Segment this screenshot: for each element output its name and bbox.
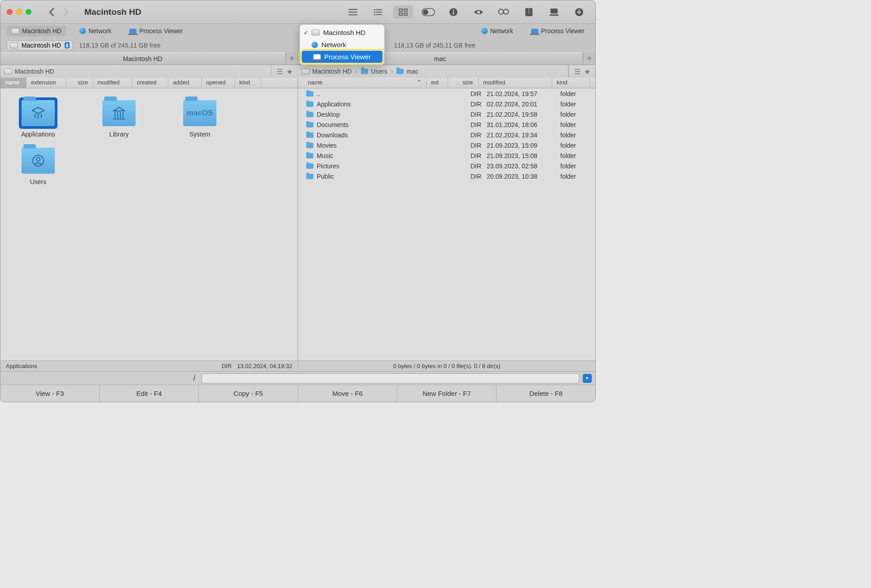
cell-name: Movies [317,142,337,149]
list-row[interactable]: PublicDIR20.09.2023, 10:38folder [298,171,596,181]
fkey-button[interactable]: New Folder - F7 [397,385,497,402]
column-header[interactable]: size [448,78,479,88]
cell-size: DIR [453,111,484,118]
star-icon[interactable]: ★ [584,67,590,76]
list-toggle-icon[interactable]: ☰ [574,67,581,76]
download-icon[interactable] [569,5,589,19]
list-row[interactable]: ApplicationsDIR02.02.2024, 20:01folder [298,99,596,109]
breadcrumb-part: Macintosh HD [15,68,54,75]
view-icons-icon[interactable] [393,5,413,19]
favorite-tab[interactable]: Process Viewer [125,26,187,36]
list-toggle-icon[interactable]: ☰ [277,67,283,76]
folder-icon [306,112,313,117]
zoom-button[interactable] [26,9,31,15]
compress-icon[interactable] [519,5,539,19]
add-tab-button[interactable]: + [583,53,595,65]
column-header[interactable]: extension [26,78,66,88]
tab-label: Macintosh HD [22,27,62,35]
list-row[interactable]: ..DIR21.02.2024, 19:57folder [298,88,596,99]
dropdown-item[interactable]: Process Viewer [302,51,383,63]
fkey-button[interactable]: Copy - F5 [199,385,298,402]
search-icon[interactable] [494,5,514,19]
fkey-button[interactable]: Edit - F4 [100,385,199,402]
cell-kind: folder [558,90,595,97]
breadcrumb-left[interactable]: Macintosh HD [0,65,271,78]
fkey-button[interactable]: View - F3 [0,385,100,402]
cell-name: Music [317,152,334,159]
icon-item[interactable]: Library [88,97,150,138]
cell-name: Pictures [317,162,340,170]
column-header[interactable]: added [168,78,202,88]
network-icon[interactable] [544,5,564,19]
cell-name: Desktop [317,111,340,118]
list-view[interactable]: ..DIR21.02.2024, 19:57folderApplications… [298,88,596,360]
laptop-icon [313,54,321,59]
main-window: Macintosh HD Macintosh HD Network Proces… [0,0,596,402]
column-header[interactable]: modified [479,78,552,88]
svg-rect-2 [374,12,375,13]
disk-free-label: 118,13 GB of 245,11 GB free [79,42,160,49]
breadcrumb-part: Macintosh HD [312,68,352,75]
quicklook-icon[interactable] [469,5,488,19]
list-row[interactable]: DesktopDIR21.02.2024, 19:58folder [298,109,596,119]
view-list-icon[interactable] [343,5,363,19]
column-header[interactable]: kind [235,78,261,88]
dropdown-item[interactable]: Network [300,39,384,51]
icon-item[interactable]: Users [7,145,70,185]
info-icon[interactable] [444,5,463,19]
column-header[interactable]: size [66,78,93,88]
column-header[interactable]: created [132,78,168,88]
add-tab-button[interactable]: + [286,53,298,65]
list-row[interactable]: MoviesDIR21.09.2023, 15:09folder [298,140,596,150]
folder-icon [306,174,313,179]
svg-rect-9 [404,13,407,15]
column-header-name[interactable]: name⌃ [304,78,427,88]
icon-label: Library [110,131,129,138]
favorite-tab[interactable]: Process Viewer [527,26,589,36]
icon-item[interactable]: Applications [7,97,70,138]
laptop-icon [129,29,136,34]
column-header[interactable]: modified [93,78,132,88]
cell-modified: 21.02.2024, 19:34 [484,132,558,139]
column-header-name[interactable]: name ▲ [0,78,26,88]
list-row[interactable]: PicturesDIR23.09.2023, 02:58folder [298,161,596,171]
column-header[interactable]: opened [202,78,235,88]
list-row[interactable]: DocumentsDIR31.01.2024, 18:06folder [298,119,596,130]
dropdown-item[interactable]: Macintosh HD [300,26,384,39]
svg-rect-6 [399,9,402,11]
list-row[interactable]: MusicDIR21.09.2023, 15:08folder [298,150,596,161]
favorite-tab[interactable]: Network [477,26,518,36]
location-dropdown[interactable]: Macintosh HD ▴▾ [7,40,73,50]
content-area: name ▲ extension size modified created a… [0,78,595,360]
favorite-tab[interactable]: Network [75,26,116,36]
icon-item[interactable]: macOSSystem [168,97,231,138]
view-columns-icon[interactable] [368,5,388,19]
icon-grid[interactable]: ApplicationsLibrarymacOSSystemUsers [0,88,298,360]
status-name: Applications [6,363,37,369]
forward-button[interactable] [63,8,69,17]
cell-name: Applications [317,101,351,108]
cell-kind: folder [558,173,595,180]
back-button[interactable] [48,8,55,17]
path-bar: / ▾ [0,371,595,385]
toggle-icon[interactable] [418,5,438,19]
svg-rect-0 [374,9,375,10]
list-row[interactable]: DownloadsDIR21.02.2024, 19:34folder [298,130,596,140]
minimize-button[interactable] [16,9,22,15]
breadcrumb-right[interactable]: Macintosh HD › Users › mac [298,65,569,78]
cell-modified: 31.01.2024, 18:06 [484,121,558,128]
path-input[interactable] [202,373,579,383]
cell-size: DIR [453,132,484,139]
fkey-button[interactable]: Delete - F8 [497,385,595,402]
path-dropdown-button[interactable]: ▾ [583,374,592,383]
close-button[interactable] [7,9,13,15]
cell-kind: folder [558,162,595,170]
fkey-button[interactable]: Move - F6 [298,385,397,402]
column-header[interactable]: kind [552,78,590,88]
favorite-tab[interactable]: Macintosh HD [7,26,66,36]
column-header[interactable]: ext [427,78,448,88]
cell-kind: folder [558,101,595,108]
window-title: Macintosh HD [84,7,141,17]
pane-tab-left[interactable]: Macintosh HD [0,53,286,65]
star-icon[interactable]: ★ [286,67,293,76]
